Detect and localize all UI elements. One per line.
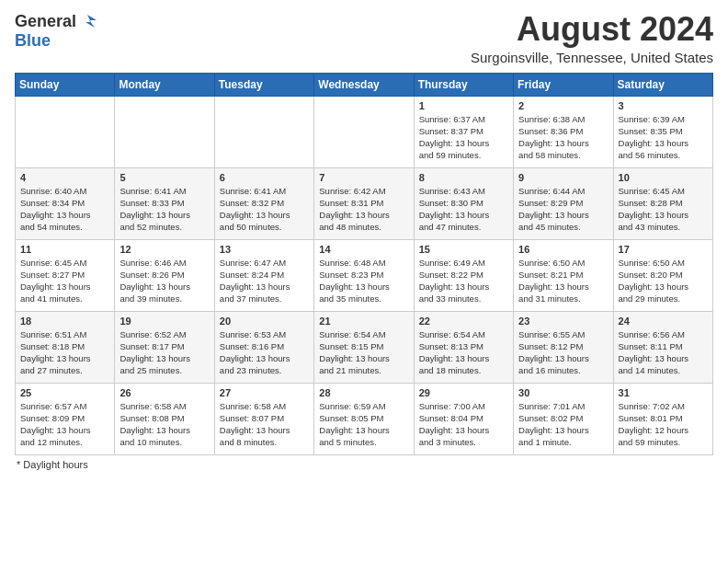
day-number: 26 [119, 387, 209, 398]
table-row [16, 96, 115, 167]
table-row: 6Sunrise: 6:41 AM Sunset: 8:32 PM Daylig… [214, 167, 313, 239]
table-row: 22Sunrise: 6:54 AM Sunset: 8:13 PM Dayli… [414, 311, 513, 383]
day-number: 18 [20, 316, 109, 327]
day-info: Sunrise: 6:56 AM Sunset: 8:11 PM Dayligh… [619, 328, 708, 377]
table-row: 20Sunrise: 6:53 AM Sunset: 8:16 PM Dayli… [214, 311, 313, 383]
day-info: Sunrise: 6:57 AM Sunset: 8:09 PM Dayligh… [20, 400, 109, 449]
day-info: Sunrise: 6:59 AM Sunset: 8:05 PM Dayligh… [319, 400, 408, 449]
day-number: 11 [20, 244, 109, 255]
table-row: 28Sunrise: 6:59 AM Sunset: 8:05 PM Dayli… [314, 383, 414, 454]
day-info: Sunrise: 6:40 AM Sunset: 8:34 PM Dayligh… [20, 185, 109, 234]
day-info: Sunrise: 6:51 AM Sunset: 8:18 PM Dayligh… [20, 328, 109, 377]
calendar-week-row: 4Sunrise: 6:40 AM Sunset: 8:34 PM Daylig… [16, 167, 713, 239]
logo-general-text: General [15, 12, 76, 31]
day-number: 10 [619, 172, 708, 183]
day-number: 7 [319, 172, 408, 183]
day-number: 27 [220, 387, 309, 398]
day-info: Sunrise: 6:39 AM Sunset: 8:35 PM Dayligh… [619, 113, 708, 162]
day-number: 9 [518, 172, 608, 183]
page-header: General Blue August 2024 Surgoinsville, … [15, 11, 713, 65]
day-number: 23 [518, 316, 608, 327]
day-info: Sunrise: 6:41 AM Sunset: 8:33 PM Dayligh… [119, 185, 209, 234]
day-info: Sunrise: 6:48 AM Sunset: 8:23 PM Dayligh… [319, 257, 408, 305]
table-row: 23Sunrise: 6:55 AM Sunset: 8:12 PM Dayli… [514, 311, 613, 383]
day-number: 29 [419, 387, 508, 398]
table-row: 9Sunrise: 6:44 AM Sunset: 8:29 PM Daylig… [514, 167, 613, 239]
day-number: 6 [220, 172, 309, 183]
day-info: Sunrise: 7:00 AM Sunset: 8:04 PM Dayligh… [419, 400, 508, 449]
table-row: 4Sunrise: 6:40 AM Sunset: 8:34 PM Daylig… [16, 167, 115, 239]
calendar-week-row: 11Sunrise: 6:45 AM Sunset: 8:27 PM Dayli… [16, 239, 713, 311]
table-row: 18Sunrise: 6:51 AM Sunset: 8:18 PM Dayli… [16, 311, 115, 383]
title-section: August 2024 Surgoinsville, Tennessee, Un… [471, 11, 713, 65]
table-row: 13Sunrise: 6:47 AM Sunset: 8:24 PM Dayli… [214, 239, 313, 311]
day-info: Sunrise: 6:55 AM Sunset: 8:12 PM Dayligh… [518, 328, 608, 377]
calendar-week-row: 25Sunrise: 6:57 AM Sunset: 8:09 PM Dayli… [16, 383, 713, 454]
calendar-week-row: 1Sunrise: 6:37 AM Sunset: 8:37 PM Daylig… [16, 96, 713, 167]
day-info: Sunrise: 7:02 AM Sunset: 8:01 PM Dayligh… [619, 400, 708, 449]
day-info: Sunrise: 6:47 AM Sunset: 8:24 PM Dayligh… [220, 257, 309, 305]
col-saturday: Saturday [613, 73, 712, 96]
table-row: 26Sunrise: 6:58 AM Sunset: 8:08 PM Dayli… [115, 383, 214, 454]
logo: General Blue [15, 11, 98, 51]
day-number: 30 [518, 387, 608, 398]
day-number: 2 [518, 100, 608, 111]
table-row: 1Sunrise: 6:37 AM Sunset: 8:37 PM Daylig… [414, 96, 513, 167]
calendar-table: Sunday Monday Tuesday Wednesday Thursday… [15, 73, 713, 455]
day-info: Sunrise: 6:54 AM Sunset: 8:15 PM Dayligh… [319, 328, 408, 377]
day-info: Sunrise: 6:37 AM Sunset: 8:37 PM Dayligh… [419, 113, 508, 162]
day-info: Sunrise: 6:46 AM Sunset: 8:26 PM Dayligh… [119, 257, 209, 305]
page-container: General Blue August 2024 Surgoinsville, … [0, 0, 728, 477]
col-monday: Monday [115, 73, 214, 96]
table-row: 27Sunrise: 6:58 AM Sunset: 8:07 PM Dayli… [214, 383, 313, 454]
table-row: 24Sunrise: 6:56 AM Sunset: 8:11 PM Dayli… [613, 311, 712, 383]
day-number: 24 [619, 316, 708, 327]
table-row: 2Sunrise: 6:38 AM Sunset: 8:36 PM Daylig… [514, 96, 613, 167]
day-info: Sunrise: 6:45 AM Sunset: 8:27 PM Dayligh… [20, 257, 109, 305]
table-row: 19Sunrise: 6:52 AM Sunset: 8:17 PM Dayli… [115, 311, 214, 383]
day-info: Sunrise: 6:52 AM Sunset: 8:17 PM Dayligh… [119, 328, 209, 377]
day-number: 8 [419, 172, 508, 183]
table-row: 17Sunrise: 6:50 AM Sunset: 8:20 PM Dayli… [613, 239, 712, 311]
footer-note: * Daylight hours [15, 459, 713, 470]
logo-bird-icon [78, 11, 98, 31]
logo-blue-text: Blue [15, 31, 51, 51]
table-row: 10Sunrise: 6:45 AM Sunset: 8:28 PM Dayli… [613, 167, 712, 239]
col-tuesday: Tuesday [214, 73, 313, 96]
table-row: 8Sunrise: 6:43 AM Sunset: 8:30 PM Daylig… [414, 167, 513, 239]
day-number: 25 [20, 387, 109, 398]
day-info: Sunrise: 7:01 AM Sunset: 8:02 PM Dayligh… [518, 400, 608, 449]
day-info: Sunrise: 6:49 AM Sunset: 8:22 PM Dayligh… [419, 257, 508, 305]
col-wednesday: Wednesday [314, 73, 414, 96]
day-info: Sunrise: 6:43 AM Sunset: 8:30 PM Dayligh… [419, 185, 508, 234]
day-number: 31 [619, 387, 708, 398]
table-row: 31Sunrise: 7:02 AM Sunset: 8:01 PM Dayli… [613, 383, 712, 454]
table-row [214, 96, 313, 167]
day-info: Sunrise: 6:44 AM Sunset: 8:29 PM Dayligh… [518, 185, 608, 234]
day-info: Sunrise: 6:41 AM Sunset: 8:32 PM Dayligh… [220, 185, 309, 234]
day-info: Sunrise: 6:58 AM Sunset: 8:08 PM Dayligh… [119, 400, 209, 449]
day-number: 28 [319, 387, 408, 398]
table-row: 15Sunrise: 6:49 AM Sunset: 8:22 PM Dayli… [414, 239, 513, 311]
day-info: Sunrise: 6:50 AM Sunset: 8:20 PM Dayligh… [619, 257, 708, 305]
day-info: Sunrise: 6:54 AM Sunset: 8:13 PM Dayligh… [419, 328, 508, 377]
table-row: 12Sunrise: 6:46 AM Sunset: 8:26 PM Dayli… [115, 239, 214, 311]
table-row [314, 96, 414, 167]
calendar-header-row: Sunday Monday Tuesday Wednesday Thursday… [16, 73, 713, 96]
col-friday: Friday [514, 73, 613, 96]
day-number: 14 [319, 244, 408, 255]
table-row: 30Sunrise: 7:01 AM Sunset: 8:02 PM Dayli… [514, 383, 613, 454]
day-number: 19 [119, 316, 209, 327]
day-number: 17 [619, 244, 708, 255]
day-number: 3 [619, 100, 708, 111]
day-number: 22 [419, 316, 508, 327]
table-row: 21Sunrise: 6:54 AM Sunset: 8:15 PM Dayli… [314, 311, 414, 383]
day-info: Sunrise: 6:53 AM Sunset: 8:16 PM Dayligh… [220, 328, 309, 377]
table-row: 5Sunrise: 6:41 AM Sunset: 8:33 PM Daylig… [115, 167, 214, 239]
col-thursday: Thursday [414, 73, 513, 96]
table-row: 29Sunrise: 7:00 AM Sunset: 8:04 PM Dayli… [414, 383, 513, 454]
table-row [115, 96, 214, 167]
day-info: Sunrise: 6:42 AM Sunset: 8:31 PM Dayligh… [319, 185, 408, 234]
day-number: 21 [319, 316, 408, 327]
location-text: Surgoinsville, Tennessee, United States [471, 50, 713, 65]
